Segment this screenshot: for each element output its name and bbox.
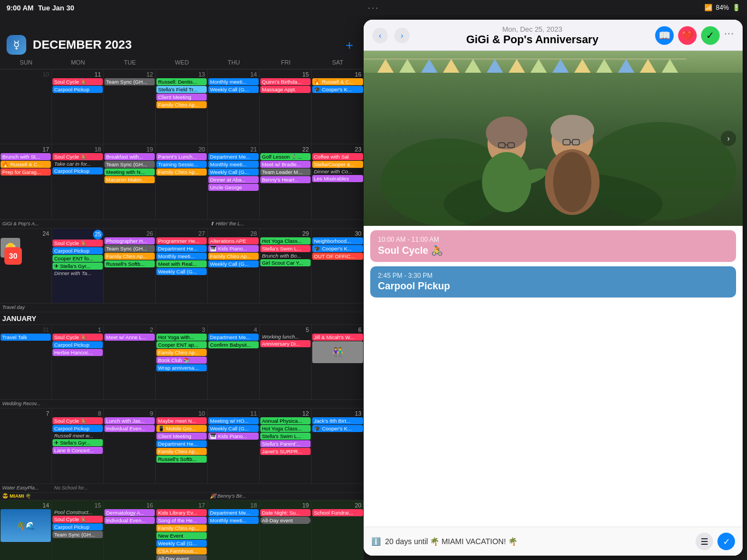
list-view-button[interactable]: ☰ [696,533,713,550]
event-hot-yoga-jan12[interactable]: Hot Yoga Class... [260,425,311,432]
event-russells-jan10[interactable]: Russell's Softb... [156,456,207,463]
day-cell-jan10[interactable]: 10 Maybe meet N... 📱 Mobile Gro... Clien… [156,409,208,483]
event-benny-heart-22[interactable]: Benny's Heart... [260,176,311,183]
event-kids-piano-jan11[interactable]: 🎹 Kids Piano... [208,433,259,440]
event-carpool-jan15[interactable]: Carpool Pickup [52,523,103,530]
day-cell-20[interactable]: 20 Parent's Lunch... Training Sessio... … [156,144,208,219]
event-stellas-gyr-jan8[interactable]: ✈ Stella's Gyr... [52,439,103,446]
event-soul-cycle-18[interactable]: Soul Cycle 🚴 [52,153,103,160]
event-family-chiro-jan10[interactable]: Family Chiro Ap... [156,448,207,455]
event-parents-lunch-20[interactable]: Parent's Lunch... [156,153,207,160]
day-cell-jan2[interactable]: 2 Meet w/ Anne L... [104,325,156,399]
event-family-chiro-20[interactable]: Family Chiro Ap... [156,168,207,176]
event-weekly-28[interactable]: Weekly Call (G... [208,260,259,267]
calendar-icon-btn[interactable]: 📖 [655,26,674,45]
event-massage-15[interactable]: Massage Appt. [260,86,311,93]
event-les-mis-23[interactable]: Les Misérables [312,175,363,182]
event-soul-cycle-jan8[interactable]: Soul Cycle 🚴 [52,417,103,424]
day-cell-jan20[interactable]: 20 School Fundrai... [312,500,364,560]
event-meet-anne-jan2[interactable]: Meet w/ Anne L... [104,334,155,341]
event-mobile-jan10[interactable]: 📱 Mobile Gro... [156,425,207,432]
event-book-club-jan3[interactable]: Book Club 📚 [156,357,207,364]
event-carpool-18[interactable]: Carpool Pickup [52,167,103,174]
day-cell-25[interactable]: 25 Soul Cycle 🚴 Carpool Pickup Cooper EN… [52,229,104,303]
event-family-chiro-jan17[interactable]: Family Chiro Ap... [156,524,207,532]
day-cell-jan5[interactable]: 5 Working lunch... Anniversary Di... [260,325,312,399]
event-maybe-jan10[interactable]: Maybe meet N... [156,417,207,424]
event-girl-scout-29[interactable]: Girl Scout Car Y... [260,259,311,266]
event-jill-jan6[interactable]: Jill & Micah's W... [312,334,363,341]
event-soul-cycle-jan1[interactable]: Soul Cycle 🚴 [52,334,103,341]
event-stellas-gyr-25[interactable]: ✈ Stella's Gyr... [52,262,103,270]
day-cell-15[interactable]: 15 Quinn's Birthda... Massage Appt. [260,69,312,144]
event-weekly-21[interactable]: Weekly Call (G... [208,168,259,176]
event-kids-piano-28[interactable]: 🎹 Kids Piano... [208,245,259,252]
day-cell-13[interactable]: 13 Russell: Dentis... Stella's Field Tr.… [156,69,208,144]
event-stellas-swim-29[interactable]: Stella's Swim L... [260,245,311,252]
event-new-event-jan17[interactable]: New Event [156,532,207,539]
event-client-jan10[interactable]: Client Meeting [156,433,207,440]
event-song-jan17[interactable]: Song of the He... [156,517,207,524]
event-client-meeting-13[interactable]: Client Meeting [156,94,207,101]
event-team-leader-22[interactable]: Team Leader M... [260,168,311,176]
event-monthly-jan18[interactable]: Monthly meeti... [208,517,259,524]
event-macaron-19[interactable]: Macaron Makin... [104,176,155,183]
soul-cycle-card[interactable]: 10:00 AM - 11:00 AM Soul Cycle 🚴 [370,230,736,262]
day-cell-jan8[interactable]: 8 Soul Cycle 🚴 Carpool Pickup Russell me… [52,409,104,483]
day-cell-jan11[interactable]: 11 Meeting w/ HO... Weekly Call (G... 🎹 … [208,409,260,483]
event-dept-21[interactable]: Department Me... [208,153,259,160]
event-annual-jan12[interactable]: Annual Physica... [260,417,311,424]
event-neighborhood-30[interactable]: Neighborhood... [312,237,363,244]
day-cell-27[interactable]: 27 Programmer He... Department He... Mon… [156,229,208,303]
event-team-sync-19[interactable]: Team Sync (GH... [104,161,155,168]
day-cell-jan19[interactable]: 19 Date Night: Su... All-Day event [260,500,312,560]
day-cell-26[interactable]: 26 Photographer H... Team Sync (GH... Fa… [104,229,156,303]
day-cell-11[interactable]: 11 Soul Cycle 🚴 Carpool Pickup [52,69,104,144]
day-cell-14[interactable]: 14 Monthly meeti... Weekly Call (G... [208,69,260,144]
day-cell-jan3[interactable]: 3 Hot Yoga with... Cooper ENT ap... Fami… [156,325,208,399]
event-csa-jan17[interactable]: CSA Farmhous... [156,547,207,555]
event-uncle-george-21[interactable]: Uncle George [208,184,259,191]
event-programmer-27[interactable]: Programmer He... [156,237,207,244]
day-cell-jan4[interactable]: 4 Department Me... Confirm Babysit... [208,325,260,399]
nav-prev-button[interactable]: ‹ [372,28,388,43]
event-dermatology-jan16[interactable]: Dermatology A... [104,509,155,516]
event-meeting-19[interactable]: Meeting with N... [104,168,155,176]
day-cell-jan15[interactable]: 15 Pool Construct... Soul Cycle 🚴 Carpoo… [52,500,104,560]
event-out-of-office-30[interactable]: OUT OF OFFIC... [312,253,363,260]
event-weekly-14[interactable]: Weekly Call (G... [208,86,259,93]
event-team-sync-jan15[interactable]: Team Sync (GH... [52,531,103,538]
day-cell-30[interactable]: 30 Neighborhood... 🎓 Cooper's K... OUT O… [312,229,364,303]
event-individual-jan9[interactable]: Individual Even... [104,425,155,432]
event-coopers-k-16[interactable]: 🎓 Cooper's K... [312,86,363,93]
event-russell-c-16[interactable]: 🔥 Russell & C... [312,78,363,85]
day-cell-jan12[interactable]: 12 Annual Physica... Hot Yoga Class... S… [260,409,312,483]
health-icon-btn[interactable]: ❤️ [678,26,697,45]
event-photographer-26[interactable]: Photographer H... [104,237,155,244]
more-button[interactable]: ··· [724,26,734,45]
event-individual-jan16[interactable]: Individual Even... [104,517,155,524]
event-cooper-ent-jan3[interactable]: Cooper ENT ap... [156,341,207,348]
event-dept-jan4[interactable]: Department Me... [208,334,259,341]
event-janet-jan12[interactable]: Janet's SURPR... [260,448,311,455]
event-coopers-k-jan13[interactable]: 🎓 Cooper's K... [312,425,363,432]
event-monthly-14[interactable]: Monthly meeti... [208,78,259,85]
event-soul-cycle-jan15[interactable]: Soul Cycle 🚴 [52,516,103,523]
carpool-card[interactable]: 2:45 PM - 3:30 PM Carpool Pickup [370,266,736,298]
day-cell-23[interactable]: 23 Coffee with Sal Stella/Cooper &... Di… [312,144,364,219]
event-hot-yoga-jan3[interactable]: Hot Yoga with... [156,334,207,341]
day-cell-31[interactable]: 31 Travel Talk [0,325,52,399]
event-monthly-21[interactable]: Monthly meeti... [208,161,259,168]
day-cell-jan13[interactable]: 13 Jack's 8th Birt... 🎓 Cooper's K... [312,409,364,483]
event-team-sync-26[interactable]: Team Sync (GH... [104,245,155,252]
event-herbie-jan1[interactable]: Herbie Hancoc... [52,349,103,356]
event-soul-cycle-11[interactable]: Soul Cycle 🚴 [52,78,103,85]
day-cell-10[interactable]: 10 [0,69,52,144]
event-wrap-jan3[interactable]: Wrap anniversa... [156,364,207,371]
event-confirm-jan4[interactable]: Confirm Babysit... [208,341,259,348]
event-golf-22[interactable]: Golf Lesson 🏌... [260,153,311,160]
check-action-button[interactable]: ✓ [717,533,735,550]
day-cell-jan16[interactable]: 16 Dermatology A... Individual Even... [104,500,156,560]
event-team-sync-12[interactable]: Team Sync (GH... [104,78,155,85]
day-cell-19[interactable]: 19 Breakfast with... Team Sync (GH... Me… [104,144,156,219]
